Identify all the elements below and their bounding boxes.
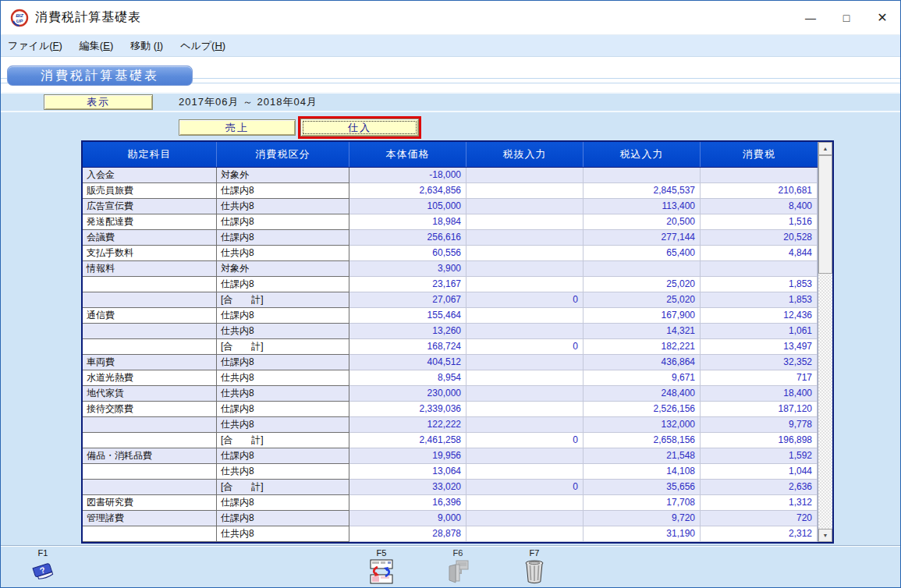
grid-row[interactable]: 会議費仕課内8256,616277,14420,528 (83, 230, 818, 246)
vertical-scrollbar[interactable]: ▲ ▼ (818, 142, 832, 542)
grid-cell: 管理諸費 (83, 511, 217, 526)
grid-row[interactable]: 管理諸費仕課内89,0009,720720 (83, 511, 818, 526)
grid-cell: 対象外 (217, 168, 349, 183)
grid-row[interactable]: 入会金対象外-18,000 (83, 168, 818, 183)
grid-cell: 仕課内8 (217, 230, 349, 246)
grid-cell: [合 計] (217, 433, 349, 448)
grid-row[interactable]: 地代家賃仕共内8230,000248,40018,400 (83, 386, 818, 402)
grid-cell: 33,020 (349, 480, 466, 495)
grid-cell: 230,000 (349, 386, 466, 402)
grid-cell (83, 480, 217, 495)
grid-row[interactable]: 販売員旅費仕課内82,634,8562,845,537210,681 (83, 183, 818, 199)
period-range: 2017年06月 ～ 2018年04月 (179, 94, 317, 111)
scroll-down-icon[interactable]: ▼ (818, 529, 832, 542)
exit-icon (445, 558, 471, 585)
grid-row[interactable]: 仕共内8122,222132,0009,778 (83, 417, 818, 433)
grid-cell (466, 526, 584, 542)
grid-row[interactable]: 接待交際費仕課内82,339,0362,526,156187,120 (83, 402, 818, 417)
grid-cell: 25,020 (584, 277, 701, 292)
menu-bar: ファイル(F)編集(E)移動 (I)ヘルプ(H) (1, 35, 900, 57)
f1-help-button[interactable]: F1 ? (23, 548, 63, 583)
grid-cell: 25,020 (584, 292, 701, 308)
help-book-icon: ? (30, 558, 55, 583)
grid-cell: 1,853 (701, 292, 818, 308)
menu-item-e[interactable]: 編集(E) (71, 39, 122, 53)
grid-cell: 仕共内8 (217, 324, 349, 339)
column-header: 消費税 (701, 142, 818, 167)
grid-cell: 仕共内8 (217, 386, 349, 402)
svg-text:UP: UP (16, 19, 23, 23)
grid-row[interactable]: 広告宣伝費仕共内8105,000113,4008,400 (83, 199, 818, 214)
grid-row[interactable]: 仕共内813,06414,1081,044 (83, 464, 818, 480)
f5-switch-button[interactable]: F5 (361, 548, 402, 585)
grid-cell (83, 526, 217, 542)
grid-cell: 2,634,856 (349, 183, 466, 199)
grid-cell: 仕共内8 (217, 199, 349, 214)
tab-purchase-button[interactable]: 仕入 (300, 119, 419, 136)
grid-cell: [合 計] (217, 480, 349, 495)
grid-row[interactable]: [合 計]33,020035,6562,636 (83, 480, 818, 495)
grid-row[interactable]: 水道光熱費仕共内88,9549,671717 (83, 370, 818, 386)
grid-row[interactable]: 情報料対象外3,900 (83, 261, 818, 277)
grid-cell: 1,044 (701, 464, 818, 480)
grid-row[interactable]: 仕課内823,16725,0201,853 (83, 277, 818, 292)
grid-cell: 17,708 (584, 495, 701, 511)
grid-row[interactable]: 発送配達費仕課内818,98420,5001,516 (83, 214, 818, 230)
scrollbar-thumb[interactable] (818, 155, 832, 274)
maximize-button[interactable]: □ (828, 1, 864, 34)
grid-cell: 720 (701, 511, 818, 526)
grid-cell: 仕課内8 (217, 495, 349, 511)
grid-cell: 入会金 (83, 168, 217, 183)
grid-cell: 60,556 (349, 246, 466, 261)
grid-cell: 9,720 (584, 511, 701, 526)
f1-label: F1 (38, 548, 48, 558)
grid-row[interactable]: [合 計]27,067025,0201,853 (83, 292, 818, 308)
grid-cell: 717 (701, 370, 818, 386)
tab-sales-button[interactable]: 売上 (179, 119, 296, 136)
grid-row[interactable]: 図書研究費仕課内816,39617,7081,312 (83, 495, 818, 511)
grid-cell: 2,636 (701, 480, 818, 495)
close-button[interactable]: ✕ (864, 1, 900, 34)
grid-cell: 仕共内8 (217, 370, 349, 386)
tax-grid: 勘定科目消費税区分本体価格税抜入力税込入力消費税 入会金対象外-18,000販売… (81, 140, 834, 544)
f7-delete-button[interactable]: F7 (514, 548, 555, 585)
column-header: 消費税区分 (217, 142, 349, 167)
grid-row[interactable]: 仕共内828,87831,1902,312 (83, 526, 818, 542)
grid-cell (83, 464, 217, 480)
grid-cell: 0 (466, 433, 584, 448)
scroll-up-icon[interactable]: ▲ (818, 142, 832, 155)
grid-cell (466, 370, 584, 386)
grid-cell: [合 計] (217, 339, 349, 355)
grid-cell: 2,526,156 (584, 402, 701, 417)
grid-row[interactable]: 車両費仕課内8404,512436,86432,352 (83, 355, 818, 370)
grid-cell: 会議費 (83, 230, 217, 246)
app-logo-icon: BIZ UP (10, 9, 29, 27)
grid-row[interactable]: 仕共内813,26014,3211,061 (83, 324, 818, 339)
column-header: 勘定科目 (83, 142, 217, 167)
grid-cell: 備品・消耗品費 (83, 448, 217, 464)
grid-row[interactable]: [合 計]168,7240182,22113,497 (83, 339, 818, 355)
grid-cell (83, 339, 217, 355)
display-button[interactable]: 表示 (44, 94, 153, 110)
grid-cell (466, 495, 584, 511)
grid-cell: 1,592 (701, 448, 818, 464)
grid-cell: 2,658,156 (584, 433, 701, 448)
menu-item-f[interactable]: ファイル(F) (1, 39, 71, 53)
grid-row[interactable]: 支払手数料仕共内860,55665,4004,844 (83, 246, 818, 261)
grid-row[interactable]: 備品・消耗品費仕課内819,95621,5481,592 (83, 448, 818, 464)
menu-item-i[interactable]: 移動 (I) (122, 39, 172, 53)
grid-cell: 35,656 (584, 480, 701, 495)
grid-cell: 18,400 (701, 386, 818, 402)
grid-cell: 14,108 (584, 464, 701, 480)
menu-item-h[interactable]: ヘルプ(H) (172, 39, 234, 53)
grid-cell: 仕課内8 (217, 214, 349, 230)
grid-row[interactable]: [合 計]2,461,25802,658,156196,898 (83, 433, 818, 448)
grid-cell: 8,954 (349, 370, 466, 386)
grid-cell: 9,671 (584, 370, 701, 386)
grid-cell: 0 (466, 292, 584, 308)
grid-cell: 仕課内8 (217, 183, 349, 199)
grid-row[interactable]: 通信費仕課内8155,464167,90012,436 (83, 308, 818, 324)
grid-cell (466, 464, 584, 480)
minimize-button[interactable]: — (793, 1, 828, 34)
grid-cell: 20,500 (584, 214, 701, 230)
